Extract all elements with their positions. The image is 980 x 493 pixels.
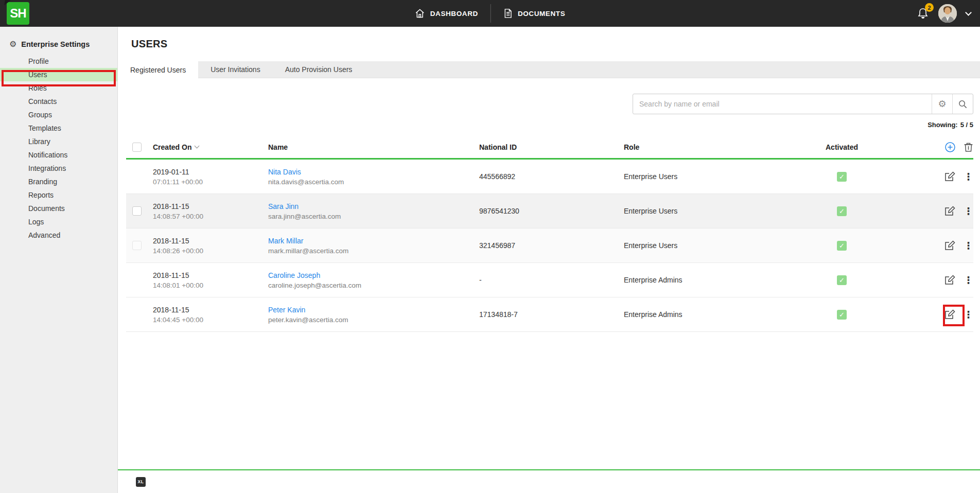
column-header-national-id: National ID [479,143,624,151]
sidebar-item-groups[interactable]: Groups [0,108,117,121]
sidebar-item-profile[interactable]: Profile [0,55,117,68]
app-logo[interactable]: SH [7,2,29,25]
sidebar-header-label: Enterprise Settings [21,40,90,48]
edit-user-button[interactable] [944,171,955,182]
sidebar-item-templates[interactable]: Templates [0,121,117,135]
column-header-activated: Activated [826,143,944,151]
gear-icon: ⚙ [938,99,946,109]
showing-value: 5 / 5 [960,121,973,129]
row-menu-kebab-icon[interactable]: ⋮ [964,206,973,216]
table-footer: XL [118,469,980,493]
edit-user-button[interactable] [944,240,955,251]
user-name-link[interactable]: Sara Jinn [268,201,479,212]
notification-badge: 2 [925,3,934,12]
row-menu-kebab-icon[interactable]: ⋮ [964,275,973,285]
sidebar-item-library[interactable]: Library [0,135,117,148]
table-row: 2018-11-15 14:08:01 +00:00 Caroline Jose… [126,263,973,297]
table-row: 2019-01-11 07:01:11 +00:00 Nita Davis ni… [126,160,973,194]
add-user-button[interactable] [944,142,956,153]
sidebar-item-reports[interactable]: Reports [0,188,117,202]
national-id: 9876541230 [479,207,624,215]
sidebar-item-users[interactable]: Users [0,68,117,81]
nav-dashboard-label: DASHBOARD [430,10,478,17]
main-content: USERS Registered Users User Invitations … [118,27,980,493]
sidebar-item-branding[interactable]: Branding [0,175,117,188]
search-settings-button[interactable]: ⚙ [932,94,952,114]
user-email: nita.davis@ascertia.com [268,177,479,187]
created-time: 14:08:26 +00:00 [153,246,268,256]
table-row: 2018-11-15 14:04:45 +00:00 Peter Kavin p… [126,297,973,332]
row-checkbox[interactable] [132,206,142,216]
national-id: 321456987 [479,241,624,250]
sidebar-item-roles[interactable]: Roles [0,81,117,95]
notifications-button[interactable]: 2 [917,7,929,20]
user-email: caroline.joseph@ascertia.com [268,280,479,290]
sort-chevron-down-icon [195,144,200,149]
gear-icon: ⚙ [9,40,16,48]
delete-users-button[interactable] [964,142,973,152]
activated-check-icon: ✓ [837,172,847,182]
row-menu-kebab-icon[interactable]: ⋮ [964,310,973,320]
row-menu-kebab-icon[interactable]: ⋮ [964,172,973,182]
created-date: 2018-11-15 [153,236,268,246]
user-role: Enterprise Users [624,172,826,181]
page-layout: ⚙ Enterprise Settings Profile Users Role… [0,27,980,493]
activated-check-icon: ✓ [837,275,847,285]
activated-check-icon: ✓ [837,241,847,251]
search-input[interactable] [633,94,932,114]
column-header-role: Role [624,143,826,151]
edit-user-button[interactable] [944,205,955,217]
tab-registered-users[interactable]: Registered Users [118,61,198,78]
nav-documents[interactable]: DOCUMENTS [503,8,565,19]
topbar-right: 2 [917,4,980,23]
search-box: ⚙ [633,94,973,114]
sidebar-menu: Profile Users Roles Contacts Groups Temp… [0,55,117,242]
created-date: 2018-11-15 [153,201,268,212]
user-role: Enterprise Admins [624,310,826,319]
account-chevron-down-icon[interactable] [965,9,972,16]
user-role: Enterprise Users [624,207,826,215]
sidebar-item-integrations[interactable]: Integrations [0,162,117,175]
sidebar-item-contacts[interactable]: Contacts [0,95,117,108]
export-xls-icon[interactable]: XL [136,477,146,487]
sidebar-item-notifications[interactable]: Notifications [0,148,117,162]
user-role: Enterprise Admins [624,276,826,284]
sidebar-item-logs[interactable]: Logs [0,215,117,228]
sidebar-header: ⚙ Enterprise Settings [0,27,117,48]
column-header-name: Name [268,143,479,151]
row-menu-kebab-icon[interactable]: ⋮ [964,241,973,251]
search-icon [958,99,968,109]
sidebar-item-advanced[interactable]: Advanced [0,228,117,242]
column-header-created-on[interactable]: Created On [153,143,268,151]
showing-counter: Showing: 5 / 5 [118,119,973,130]
created-date: 2018-11-15 [153,270,268,280]
national-id: 445566892 [479,172,624,181]
table-header: Created On Name National ID Role Activat… [126,136,973,160]
user-avatar[interactable] [938,4,957,23]
edit-user-button[interactable] [944,309,955,320]
user-email: mark.millar@ascertia.com [268,246,479,256]
sidebar-item-documents[interactable]: Documents [0,202,117,215]
row-checkbox[interactable] [132,241,142,250]
nav-dashboard[interactable]: DASHBOARD [415,8,478,19]
activated-check-icon: ✓ [837,206,847,216]
created-time: 14:08:57 +00:00 [153,212,268,221]
table-row: 2018-11-15 14:08:26 +00:00 Mark Millar m… [126,228,973,263]
created-time: 07:01:11 +00:00 [153,177,268,187]
user-name-link[interactable]: Nita Davis [268,167,479,177]
tab-user-invitations[interactable]: User Invitations [198,61,272,78]
sidebar: ⚙ Enterprise Settings Profile Users Role… [0,27,118,493]
created-date: 2018-11-15 [153,305,268,315]
app-logo-text: SH [10,6,26,21]
created-date: 2019-01-11 [153,167,268,177]
user-name-link[interactable]: Peter Kavin [268,305,479,315]
user-name-link[interactable]: Caroline Joseph [268,270,479,280]
edit-user-button[interactable] [944,274,955,286]
search-button[interactable] [952,94,973,114]
top-nav: DASHBOARD DOCUMENTS [415,0,566,27]
user-name-link[interactable]: Mark Millar [268,236,479,246]
select-all-checkbox[interactable] [132,143,142,152]
tab-auto-provision-users[interactable]: Auto Provision Users [273,61,365,78]
user-email: peter.kavin@ascertia.com [268,315,479,325]
tab-strip: Registered Users User Invitations Auto P… [118,61,980,78]
